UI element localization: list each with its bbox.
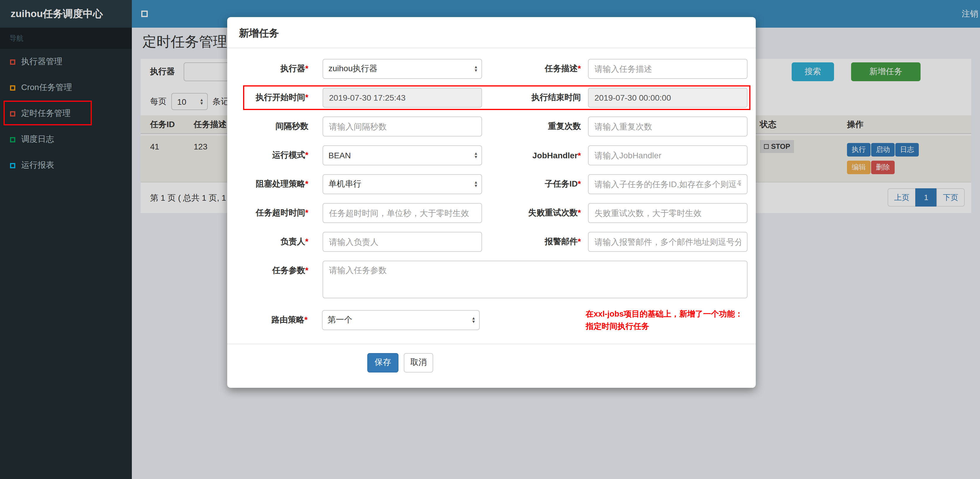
field-label-run-mode: 运行模式* (227, 150, 323, 161)
job-param-textarea[interactable] (323, 261, 748, 298)
feature-note-text: 在xxl-jobs项目的基础上，新增了一个功能： 指定时间执行任务 (585, 308, 756, 333)
required-asterisk: * (578, 151, 581, 160)
required-asterisk: * (578, 179, 581, 188)
field-label-repeat: 重复次数 (482, 121, 588, 132)
field-label-alarm-email: 报警邮件* (482, 237, 588, 247)
required-asterisk: * (305, 92, 309, 102)
field-label-end-time: 执行结束时间 (482, 92, 588, 103)
field-label-executor: 执行器* (227, 64, 323, 74)
field-label-job-param: 任务参数* (227, 261, 323, 276)
required-asterisk: * (578, 208, 581, 217)
retry-count-input[interactable] (588, 203, 748, 223)
end-time-input[interactable] (588, 88, 748, 108)
required-asterisk: * (578, 64, 581, 73)
modal-footer: 保存 取消 (227, 344, 756, 388)
timeout-input[interactable] (323, 203, 482, 223)
modal-header: 新增任务 (227, 17, 756, 48)
task-desc-input[interactable] (588, 59, 748, 79)
alarm-email-input[interactable] (588, 232, 748, 252)
field-label-interval: 间隔秒数 (227, 121, 323, 132)
modal-body: 执行器* zuihou执行器 ▲▼ 任务描述* 执行开始时间* 执行结束时间 (227, 48, 756, 388)
add-task-modal: 新增任务 执行器* zuihou执行器 ▲▼ 任务描述* 执行开始时间* 执行结… (227, 17, 756, 388)
run-mode-select-value: BEAN (328, 151, 351, 160)
time-range-row: 执行开始时间* 执行结束时间 (227, 88, 756, 108)
required-asterisk: * (305, 179, 309, 188)
block-strategy-select[interactable]: 单机串行 ▲▼ (323, 174, 482, 194)
executor-select[interactable]: zuihou执行器 ▲▼ (323, 59, 482, 79)
select-arrows-icon: ▲▼ (471, 317, 476, 324)
save-button[interactable]: 保存 (367, 353, 398, 372)
required-asterisk: * (305, 208, 309, 217)
field-label-task-desc: 任务描述* (482, 64, 588, 74)
child-job-id-input[interactable] (588, 174, 748, 194)
field-label-owner: 负责人* (227, 237, 323, 247)
required-asterisk: * (305, 150, 309, 159)
required-asterisk: * (305, 266, 309, 275)
required-asterisk: * (578, 237, 581, 246)
field-label-timeout: 任务超时时间* (227, 208, 323, 218)
field-label-start-time: 执行开始时间* (227, 92, 323, 103)
select-arrows-icon: ▲▼ (474, 152, 478, 159)
field-label-retry: 失败重试次数* (482, 208, 588, 218)
modal-title: 新增任务 (239, 28, 279, 39)
select-arrows-icon: ▲▼ (474, 181, 478, 188)
field-label-job-handler: JobHandler* (482, 151, 588, 160)
required-asterisk: * (305, 237, 309, 246)
select-arrows-icon: ▲▼ (474, 65, 478, 72)
field-label-route-strategy: 路由策略* (227, 315, 322, 325)
required-asterisk: * (305, 64, 309, 73)
cancel-button[interactable]: 取消 (404, 353, 433, 372)
field-label-child-job: 子任务ID* (482, 179, 588, 189)
run-mode-select[interactable]: BEAN ▲▼ (323, 145, 482, 166)
required-asterisk: * (304, 315, 307, 324)
owner-input[interactable] (323, 232, 482, 252)
block-strategy-select-value: 单机串行 (328, 179, 361, 189)
repeat-count-input[interactable] (588, 116, 748, 137)
interval-input[interactable] (323, 116, 482, 137)
start-time-input[interactable] (323, 88, 482, 108)
app-viewport: zuihou任务调度中心 注销 导航 执行器管理 Cron任务管理 定时任务管理… (0, 0, 980, 479)
field-label-block-strategy: 阻塞处理策略* (227, 179, 323, 189)
executor-select-value: zuihou执行器 (328, 64, 377, 74)
route-strategy-select-value: 第一个 (328, 315, 352, 325)
job-handler-input[interactable] (588, 145, 748, 166)
route-strategy-select[interactable]: 第一个 ▲▼ (322, 310, 480, 330)
